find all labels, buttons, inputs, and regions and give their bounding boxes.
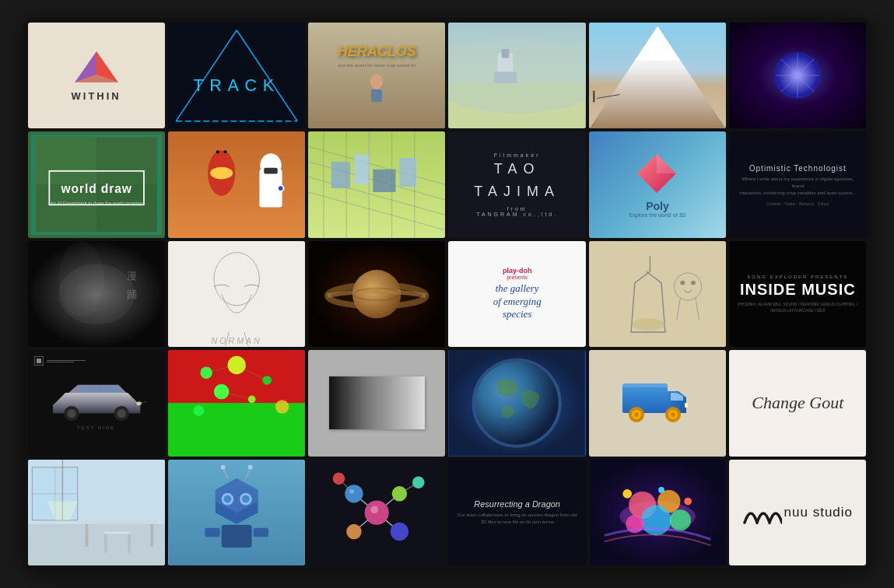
tile-inside-music[interactable]: SONG EXPLODER PRESENTS INSIDE MUSIC PHOE… — [729, 241, 866, 347]
robot-char-svg — [168, 460, 305, 565]
tile-change-gout[interactable]: Change Gout — [729, 350, 866, 456]
tile-saturn[interactable] — [308, 241, 445, 347]
poly-text-block: Poly Explore the world of 3D — [629, 200, 686, 218]
svg-point-134 — [248, 464, 253, 469]
svg-point-97 — [475, 362, 559, 445]
heraclos-subtitle: and the quest he never ever asked for — [338, 63, 416, 68]
gallery-species-content: play-doh presents the galleryof emerging… — [490, 264, 545, 325]
svg-rect-55 — [373, 170, 395, 192]
svg-point-92 — [275, 400, 289, 414]
svg-point-132 — [221, 464, 226, 469]
svg-rect-16 — [593, 91, 594, 103]
tile-poly[interactable]: Poly Explore the world of 3D — [589, 131, 726, 237]
track-text: TRACK — [193, 76, 280, 95]
within-label: WITHIN — [72, 90, 121, 102]
test-ride-header — [34, 356, 86, 366]
tile-heraclos[interactable]: HERACLOS and the quest he never ever ask… — [308, 23, 445, 128]
tile-gallery-species[interactable]: play-doh presents the galleryof emerging… — [448, 241, 585, 347]
svg-rect-54 — [354, 155, 369, 185]
nuu-studio-label: nuu studio — [784, 505, 853, 520]
svg-text:NORMAN: NORMAN — [211, 335, 261, 345]
svg-text:漫: 漫 — [127, 271, 137, 282]
svg-point-38 — [260, 154, 281, 178]
tile-robot-landscape[interactable] — [448, 23, 585, 128]
tile-norman[interactable]: NORMAN — [168, 241, 305, 347]
green-particles-svg — [168, 350, 305, 456]
tile-mountain[interactable] — [589, 23, 726, 128]
dragon-title: Resurrecting a Dragon — [474, 499, 560, 509]
tile-world-draw[interactable]: world draw An AI Experiment to draw the … — [28, 131, 165, 237]
tile-earth[interactable] — [448, 350, 585, 456]
tile-room[interactable] — [28, 460, 165, 565]
gallery-brand: play-doh — [493, 267, 542, 275]
svg-point-71 — [352, 270, 401, 318]
nuu-logo: nuu studio — [743, 501, 853, 524]
svg-point-42 — [279, 187, 283, 191]
robot-landscape-svg — [448, 23, 585, 128]
svg-rect-31 — [168, 131, 304, 237]
svg-rect-53 — [331, 162, 350, 188]
tile-city[interactable] — [308, 131, 445, 237]
svg-rect-64 — [168, 241, 304, 347]
poly-title: Poly — [629, 200, 686, 212]
svg-rect-26 — [36, 138, 96, 185]
svg-text:world draw: world draw — [60, 182, 131, 195]
tile-molecules[interactable] — [308, 460, 445, 565]
colorful-3d-svg — [589, 460, 726, 565]
monster-svg — [589, 241, 726, 347]
svg-line-23 — [798, 59, 814, 75]
tile-truck[interactable] — [589, 350, 726, 456]
tile-green-particles[interactable] — [168, 350, 305, 456]
optimistic-title: Optimistic Technologist — [749, 164, 847, 173]
test-ride-car-svg — [47, 376, 146, 422]
svg-point-91 — [193, 405, 204, 416]
molecules-svg — [308, 460, 445, 565]
svg-point-35 — [216, 151, 219, 154]
tajima-studio: TANGRAM co.,ltd. — [474, 212, 560, 217]
svg-point-143 — [345, 485, 363, 502]
svg-point-77 — [691, 280, 696, 285]
track-logo: TRACK — [168, 23, 305, 128]
tile-explosion[interactable] — [729, 23, 866, 128]
tile-smoke[interactable]: 漫 踊 — [28, 241, 165, 347]
gallery-grid: WITHIN TRACK HERACLOS and the quest he n… — [28, 23, 867, 565]
tile-test-ride[interactable]: TEST RIDE — [28, 350, 165, 456]
svg-rect-119 — [128, 534, 131, 552]
tile-nuu-studio[interactable]: nuu studio — [729, 460, 866, 565]
test-ride-lines — [47, 360, 86, 362]
tile-robot-char[interactable] — [168, 460, 305, 565]
svg-point-74 — [632, 318, 665, 331]
svg-rect-128 — [222, 524, 252, 547]
svg-rect-56 — [400, 158, 416, 187]
svg-point-158 — [622, 489, 632, 499]
tile-track[interactable]: TRACK — [168, 23, 305, 128]
explosion-rays-svg — [774, 52, 821, 99]
tile-hotdog[interactable] — [168, 131, 305, 237]
gallery-presents: presents — [493, 275, 542, 280]
svg-rect-12 — [494, 72, 517, 83]
mountain-svg — [589, 23, 726, 128]
svg-point-148 — [412, 476, 425, 488]
norman-svg: NORMAN — [168, 241, 305, 347]
svg-rect-114 — [81, 520, 156, 524]
tile-within[interactable]: WITHIN — [28, 23, 165, 128]
inside-music-sub: PHOENIX / ALARM WILL SOUND / PERFUME GEN… — [734, 301, 861, 313]
svg-point-79 — [67, 409, 75, 418]
svg-point-33 — [210, 167, 233, 180]
svg-rect-99 — [622, 383, 668, 413]
tile-monster[interactable] — [589, 241, 726, 347]
nuu-waves-svg — [743, 501, 782, 524]
optimistic-sub: Where I write about my experience in dig… — [735, 176, 860, 197]
svg-point-106 — [671, 412, 675, 417]
smoke-svg: 漫 踊 — [28, 241, 165, 347]
explosion-visual — [774, 52, 821, 99]
tile-dragon[interactable]: Resurrecting a Dragon Our team collabora… — [448, 460, 585, 565]
svg-marker-14 — [635, 26, 680, 61]
earth-svg — [448, 350, 585, 456]
tile-colorful-3d[interactable] — [589, 460, 726, 565]
tile-tajima[interactable]: Filmmaker TAOTAJIMA from TANGRAM co.,ltd… — [448, 131, 585, 237]
tile-gradient[interactable] — [308, 350, 445, 456]
tile-optimistic[interactable]: Optimistic Technologist Where I write ab… — [729, 131, 866, 237]
svg-rect-117 — [103, 531, 130, 534]
city-svg — [308, 131, 445, 237]
